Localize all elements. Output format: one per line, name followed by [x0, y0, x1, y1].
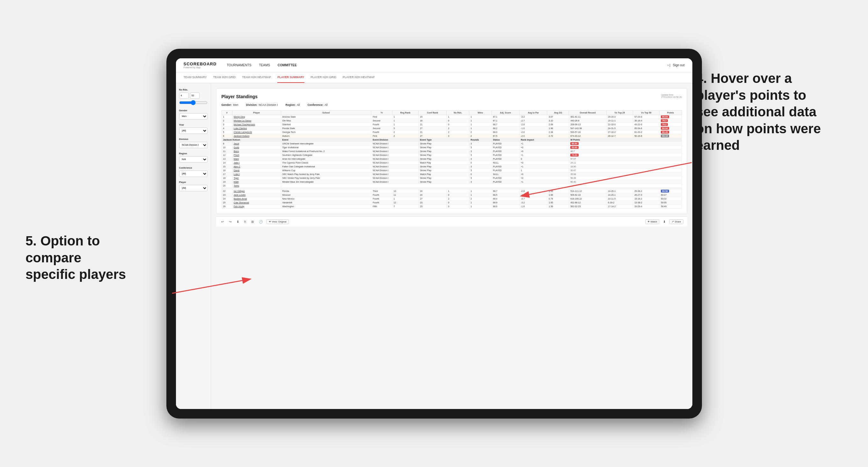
- cell-points[interactable]: 76.3: [659, 119, 682, 122]
- cell-player[interactable]: Michael La Sasso: [232, 119, 281, 122]
- cell-player[interactable]: Terhs: [232, 184, 281, 187]
- cell-points[interactable]: 80.49: [659, 130, 682, 134]
- nav-link-tournaments[interactable]: TOURNAMENTS: [227, 63, 251, 67]
- filter-gender-label: Gender:: [221, 103, 232, 106]
- cell-player[interactable]: Bastien Amat: [232, 197, 281, 200]
- cell-player[interactable]: Phich: [232, 153, 281, 157]
- cell-adj: 69.4: [492, 197, 519, 200]
- cell-top25: 27-10-2: [607, 130, 633, 134]
- cell-points[interactable]: 59.95: [659, 200, 682, 204]
- watch-button[interactable]: 👁 Watch: [645, 219, 659, 224]
- cell-wpoints[interactable]: 30.47: [569, 168, 682, 172]
- settings-button[interactable]: ⊞: [250, 219, 255, 224]
- cell-points[interactable]: 60.64: [659, 115, 682, 119]
- cell-wpoints[interactable]: 24.11: [569, 161, 682, 164]
- cell-player[interactable]: Mare: [232, 157, 281, 161]
- cell-rank-impact: +1: [519, 164, 569, 168]
- cell-wpoints[interactable]: 40.7: [569, 149, 682, 153]
- download-btn2[interactable]: ⬇: [662, 219, 667, 224]
- sub-nav-team-h2h-heatmap[interactable]: TEAM H2H HEATMAP: [242, 72, 271, 83]
- sidebar-player-section: Player (All): [179, 181, 208, 191]
- division-select[interactable]: NCAA Division I: [179, 142, 208, 148]
- cell-points[interactable]: 68.18: [659, 134, 682, 138]
- cell-sg: 1.68: [547, 193, 569, 197]
- cell-rounds: 0: [469, 172, 492, 176]
- year-select[interactable]: (All): [179, 127, 208, 134]
- sub-nav-team-h2h-grid[interactable]: TEAM H2H GRID: [213, 72, 236, 83]
- cell-player[interactable]: David: [232, 168, 281, 172]
- cell-num: 18: [221, 176, 232, 180]
- tablet-screen: SCOREBOARD Powered by clipp TOURNAMENTS …: [176, 58, 692, 409]
- no-rds-range[interactable]: [179, 100, 208, 105]
- cell-player[interactable]: Ian Gilligan: [232, 189, 281, 193]
- sub-nav-player-summary[interactable]: PLAYER SUMMARY: [277, 72, 304, 83]
- sub-nav-player-h2h-grid[interactable]: PLAYER H2H GRID: [311, 72, 336, 83]
- cell-player[interactable]: Christo Lamprecht: [232, 130, 281, 134]
- cell-player[interactable]: Gorib: [232, 145, 281, 149]
- redo-button[interactable]: ↪: [227, 219, 233, 224]
- cell-conf: 21: [418, 130, 446, 134]
- nav-separator: › |: [668, 63, 670, 67]
- cell-player[interactable]: Tiger: [232, 176, 281, 180]
- cell-player[interactable]: Luke I: [232, 172, 281, 176]
- col-player: Player: [232, 110, 281, 115]
- sub-nav-team-summary[interactable]: TEAM SUMMARY: [184, 72, 207, 83]
- cell-player[interactable]: Jackson Kolson: [232, 134, 281, 138]
- cell-num: 2: [221, 119, 232, 122]
- share-button[interactable]: ↗ Share: [670, 219, 683, 224]
- sub-nav-player-h2h-heatmap[interactable]: PLAYER H2H HEATMAP: [343, 72, 375, 83]
- cell-rank-impact: 1: [519, 168, 569, 172]
- content-area: Player Standings Update time: 27/01/2024…: [211, 83, 692, 409]
- cell-rounds: 3: [469, 176, 492, 180]
- cell-player[interactable]: Luke Clanton: [232, 126, 281, 130]
- cell-player[interactable]: Michael Thorbjornsen: [232, 122, 281, 126]
- cell-wpoints[interactable]: 16.90: [569, 164, 682, 168]
- view-original-button[interactable]: 👁 View: Original: [267, 219, 289, 224]
- cell-player[interactable]: Petr Hruby: [232, 204, 281, 208]
- player-select[interactable]: (All): [179, 185, 208, 191]
- cell-points[interactable]: 70.2: [659, 122, 682, 126]
- cell-event: Williams Cup: [281, 168, 371, 172]
- cell-points[interactable]: 58.49: [659, 204, 682, 208]
- cell-player[interactable]: Cole Sherwood: [232, 200, 281, 204]
- cell-player[interactable]: Jack Lundin: [232, 193, 281, 197]
- cell-wpoints[interactable]: 60.64: [569, 142, 682, 145]
- cell-wpoints[interactable]: 53.60: [569, 145, 682, 149]
- download-button[interactable]: ⬇: [235, 219, 240, 224]
- cell-sg: 1.43: [547, 189, 569, 193]
- cell-sg: 3.07: [547, 115, 569, 119]
- cell-player[interactable]: Mattl: [232, 180, 281, 184]
- nav-link-teams[interactable]: TEAMS: [259, 63, 270, 67]
- cell-wpoints[interactable]: 73.33: [569, 153, 682, 157]
- cell-player[interactable]: Wenyi Ding: [232, 115, 281, 119]
- cell-player[interactable]: Breni: [232, 149, 281, 153]
- region-select[interactable]: N/A: [179, 156, 208, 162]
- cell-player[interactable]: Jake I: [232, 161, 281, 164]
- cell-player[interactable]: Jacot: [232, 142, 281, 145]
- clock-button[interactable]: 🕐: [257, 219, 264, 224]
- gender-select[interactable]: Men Women: [179, 113, 208, 120]
- sign-out-link[interactable]: Sign out: [673, 63, 685, 67]
- cell-wpoints[interactable]: 57.57: [569, 157, 682, 161]
- cell-school: Auburn: [281, 134, 371, 138]
- nav-link-committee[interactable]: COMMITTEE: [278, 63, 297, 67]
- cell-points[interactable]: 60.58: [659, 189, 682, 193]
- cell-points[interactable]: 60.94: [659, 126, 682, 130]
- no-rds-max[interactable]: [190, 92, 199, 99]
- cell-points[interactable]: 60.27: [659, 193, 682, 197]
- copy-button[interactable]: ⎘: [243, 219, 247, 224]
- table-row: 20 Terhs: [221, 184, 682, 187]
- view-label: View: Original: [272, 220, 286, 223]
- undo-button[interactable]: ↩: [220, 219, 225, 224]
- conference-select[interactable]: (All): [179, 170, 208, 177]
- cell-player[interactable]: Alex C: [232, 164, 281, 168]
- cell-wpoints[interactable]: 66.40: [569, 180, 682, 184]
- cell-topar: -2.3: [519, 193, 547, 197]
- no-rds-min[interactable]: [179, 92, 189, 99]
- cell-wpoints[interactable]: 35.98: [569, 172, 682, 176]
- cell-topar: -2.8: [519, 122, 547, 126]
- cell-wpoints[interactable]: 56.38: [569, 176, 682, 180]
- cell-points[interactable]: 60.02: [659, 197, 682, 200]
- no-rds-label: No Rds.: [179, 88, 208, 91]
- cell-sg: 3.10: [547, 119, 569, 122]
